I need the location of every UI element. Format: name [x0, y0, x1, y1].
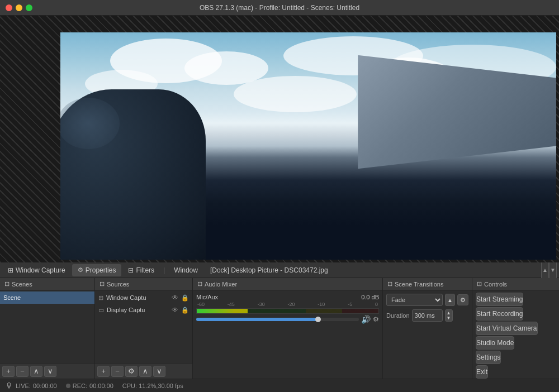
tab-dock[interactable]: [Dock] Desktop Picture - DSC03472.jpg: [205, 264, 334, 276]
filter-icon: ⊟: [128, 266, 134, 274]
transition-type-row: Fade ▲ ⚙: [383, 291, 472, 308]
source-item-2[interactable]: ▭ Display Captu 👁 🔒: [95, 304, 192, 316]
tab-scroll-up[interactable]: ▲: [541, 262, 549, 279]
controls-content: Start Streaming Start Recording Start Vi…: [472, 290, 559, 379]
transitions-header-label: Scene Transitions: [395, 281, 443, 288]
bottom-section: ⊞ Window Capture ⚙ Properties ⊟ Filters …: [0, 262, 559, 392]
transition-duration-row: Duration ▲ ▼: [383, 308, 472, 323]
source-1-visibility-icon[interactable]: 👁: [172, 294, 178, 302]
status-bar: 🎙 LIVE: 00:00:00 REC: 00:00:00 CPU: 11.2…: [0, 379, 559, 392]
transition-spin-up[interactable]: ▲: [445, 294, 455, 306]
scene-item-1[interactable]: Scene: [0, 291, 94, 304]
settings-button[interactable]: Settings: [476, 351, 501, 364]
audio-label-row: Mic/Aux 0.0 dB: [196, 294, 379, 300]
rec-dot: [66, 384, 70, 388]
mute-icon[interactable]: 🔊: [361, 315, 371, 324]
duration-label: Duration: [386, 312, 410, 319]
tab-window-capture[interactable]: ⊞ Window Capture: [2, 264, 71, 276]
tab-properties[interactable]: ⚙ Properties: [72, 264, 122, 276]
transitions-header-icon: ⊡: [387, 280, 392, 288]
tab-filters-label: Filters: [136, 266, 154, 274]
start-recording-button[interactable]: Start Recording: [476, 307, 523, 321]
scene-item-1-label: Scene: [3, 294, 21, 301]
tab-separator: |: [161, 266, 167, 274]
source-2-lock-icon[interactable]: 🔒: [181, 307, 189, 314]
tab-window-capture-label: Window Capture: [16, 266, 65, 274]
sources-add-button[interactable]: +: [97, 366, 110, 377]
panel-scenes: ⊡ Scenes Scene + − ∧ ∨: [0, 278, 95, 379]
preview-area: [0, 16, 559, 262]
audio-source-mic: Mic/Aux 0.0 dB -60 -45 -30 -20 -10 -5 0: [193, 291, 382, 326]
status-live: 🎙 LIVE: 00:00:00: [6, 381, 57, 390]
monitor-icon: ⊞: [8, 266, 13, 274]
panel-audio-mixer: ⊡ Audio Mixer Mic/Aux 0.0 dB -60 -45 -3: [193, 278, 383, 379]
audio-source-gear-icon[interactable]: ⚙: [373, 315, 379, 323]
gear-icon: ⚙: [78, 266, 83, 274]
audio-mixer-header: ⊡ Audio Mixer: [193, 278, 382, 290]
maximize-button[interactable]: [26, 4, 32, 11]
sources-remove-button[interactable]: −: [111, 366, 124, 377]
sources-gear-button[interactable]: ⚙: [125, 366, 138, 377]
tab-properties-label: Properties: [86, 266, 116, 274]
scenes-header-label: Scenes: [12, 281, 32, 288]
volume-slider-thumb: [315, 317, 321, 322]
sources-header-icon: ⊡: [100, 280, 105, 288]
preview-canvas: [60, 32, 556, 260]
scenes-up-button[interactable]: ∧: [30, 366, 42, 377]
start-virtual-camera-button[interactable]: Start Virtual Camera: [476, 322, 538, 335]
mic-icon: 🎙: [6, 381, 13, 390]
tab-scroll-controls: ▲ ▼: [541, 262, 557, 279]
audio-meter-bar: [196, 308, 379, 314]
source-item-1[interactable]: ⊞ Window Captu 👁 🔒: [95, 291, 192, 304]
studio-mode-button[interactable]: Studio Mode: [476, 336, 514, 350]
transition-gear-button[interactable]: ⚙: [457, 294, 468, 305]
audio-source-label: Mic/Aux: [196, 294, 218, 300]
source-item-1-label: Window Captu: [106, 294, 169, 301]
rec-time: 00:00:00: [89, 383, 113, 389]
tab-scroll-down[interactable]: ▼: [549, 262, 557, 279]
audio-source-db: 0.0 dB: [361, 294, 379, 300]
preview-image: [60, 32, 556, 260]
title-bar: OBS 27.1.3 (mac) - Profile: Untitled - S…: [0, 0, 559, 16]
audio-header-icon: ⊡: [197, 280, 202, 288]
close-button[interactable]: [6, 4, 12, 11]
sources-down-button[interactable]: ∨: [153, 366, 165, 377]
tab-window[interactable]: Window: [168, 264, 203, 276]
live-label: LIVE:: [16, 383, 31, 389]
panel-scene-transitions: ⊡ Scene Transitions Fade ▲ ⚙ Duration: [383, 278, 472, 379]
sources-up-button[interactable]: ∧: [139, 366, 151, 377]
scenes-list: Scene: [0, 290, 94, 363]
status-cpu: CPU: 11.2%,30.00 fps: [122, 383, 183, 389]
minimize-button[interactable]: [16, 4, 22, 11]
meter-active-fill: [197, 309, 248, 313]
engine-nacelle: [60, 89, 206, 260]
scenes-add-button[interactable]: +: [2, 366, 15, 377]
sources-list: ⊞ Window Captu 👁 🔒 ▭ Display Captu 👁 🔒: [95, 290, 192, 363]
cpu-label: CPU: 11.2%,30.00 fps: [122, 383, 183, 389]
scenes-header: ⊡ Scenes: [0, 278, 94, 290]
sources-header: ⊡ Sources: [95, 278, 192, 290]
transition-type-select[interactable]: Fade: [386, 294, 443, 306]
tab-window-label: Window: [174, 266, 198, 274]
transitions-header: ⊡ Scene Transitions: [383, 278, 472, 290]
source-1-lock-icon[interactable]: 🔒: [181, 294, 189, 302]
source-1-type-icon: ⊞: [98, 294, 103, 302]
scenes-remove-button[interactable]: −: [16, 366, 29, 377]
duration-spin-btn[interactable]: ▲ ▼: [445, 309, 453, 322]
source-2-type-icon: ▭: [98, 307, 104, 314]
volume-slider[interactable]: [196, 318, 359, 321]
panel-sources: ⊡ Sources ⊞ Window Captu 👁 🔒 ▭ Display C…: [95, 278, 193, 379]
status-rec: REC: 00:00:00: [66, 383, 113, 389]
audio-mixer-content: Mic/Aux 0.0 dB -60 -45 -30 -20 -10 -5 0: [193, 290, 382, 379]
tab-filters[interactable]: ⊟ Filters: [122, 264, 160, 276]
sources-header-label: Sources: [107, 281, 129, 288]
scenes-down-button[interactable]: ∨: [44, 366, 56, 377]
main-container: ⊞ Window Capture ⚙ Properties ⊟ Filters …: [0, 16, 559, 392]
panels-row: ⊡ Scenes Scene + − ∧ ∨ ⊡: [0, 278, 559, 379]
start-streaming-button[interactable]: Start Streaming: [476, 293, 523, 306]
source-2-visibility-icon[interactable]: 👁: [172, 306, 178, 314]
rec-label: REC:: [73, 383, 87, 389]
duration-input[interactable]: [412, 309, 443, 322]
controls-header-label: Controls: [484, 281, 507, 288]
exit-button[interactable]: Exit: [476, 365, 488, 379]
